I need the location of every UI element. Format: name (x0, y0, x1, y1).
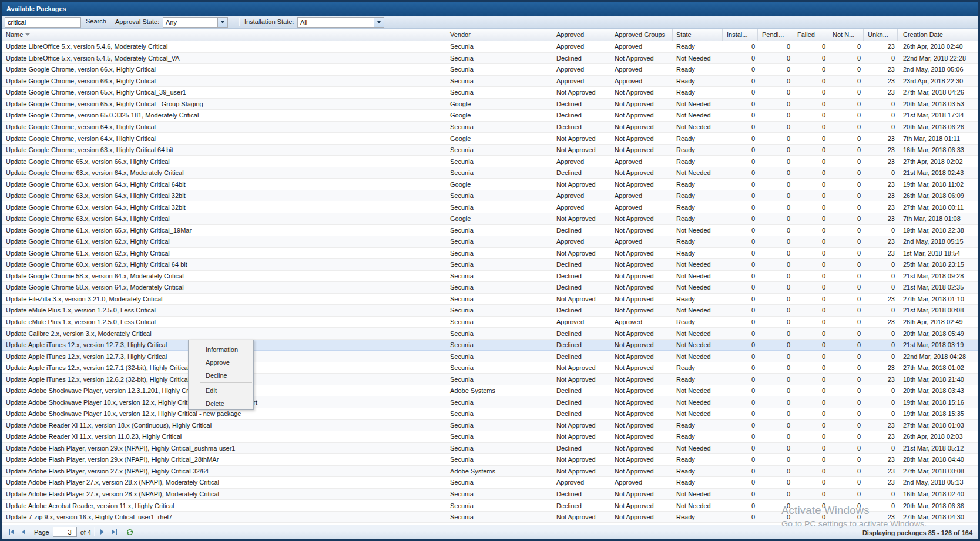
table-row[interactable]: Update Adobe Flash Player, version 29.x … (2, 454, 978, 466)
table-row[interactable]: Update Google Chrome, version 64.x, High… (2, 133, 978, 145)
table-row[interactable]: Update Google Chrome 63.x, version 64.x,… (2, 213, 978, 225)
table-row[interactable]: Update Adobe Reader XI 11.x, version 11.… (2, 431, 978, 443)
context-menu-item-information[interactable]: Information (189, 343, 253, 356)
table-row[interactable]: Update Google Chrome 65.x, version 66.x,… (2, 156, 978, 167)
table-row[interactable]: Update Apple iTunes 12.x, version 12.6.2… (2, 374, 978, 385)
cell-failed: 0 (793, 284, 828, 291)
cell-state: Not Needed (673, 445, 723, 452)
table-row[interactable]: Update Adobe Flash Player 27.x, version … (2, 489, 978, 500)
cell-unknown: 23 (864, 181, 898, 188)
table-row[interactable]: Update Apple iTunes 12.x, version 12.7.1… (2, 362, 978, 374)
table-row[interactable]: Update Google Chrome, version 66.x, High… (2, 64, 978, 76)
table-row[interactable]: Update Adobe Flash Player, version 27.x … (2, 466, 978, 478)
column-header-unknown[interactable]: Unkn... (864, 29, 898, 41)
cell-state: Not Needed (673, 284, 723, 291)
context-menu-item-delete[interactable]: Delete (189, 397, 253, 410)
installation-state-select[interactable]: All (297, 17, 384, 28)
context-menu-item-edit[interactable]: Edit (189, 384, 253, 397)
column-header-pending[interactable]: Pendi... (758, 29, 793, 41)
cell-approved: Not Approved (551, 422, 609, 429)
column-header-failed[interactable]: Failed (793, 29, 828, 41)
table-row[interactable]: Update Apple iTunes 12.x, version 12.7.3… (2, 351, 978, 362)
cell-state: Not Needed (673, 55, 723, 62)
table-row[interactable]: Update Google Chrome, version 66.x, High… (2, 76, 978, 88)
table-row[interactable]: Update Google Chrome, version 63.x, High… (2, 145, 978, 156)
table-row[interactable]: Update LibreOffice 5.x, version 5.4.5, M… (2, 53, 978, 65)
cell-not-needed: 0 (828, 353, 864, 360)
cell-installed: 0 (723, 89, 758, 96)
column-header-installed[interactable]: Instal... (723, 29, 758, 41)
cell-not-needed: 0 (828, 89, 864, 96)
table-row[interactable]: Update FileZilla 3.x, version 3.21.0, Mo… (2, 294, 978, 305)
table-row[interactable]: Update Google Chrome, version 65.x, High… (2, 87, 978, 99)
column-header-approved[interactable]: Approved (551, 29, 609, 41)
table-row[interactable]: Update Google Chrome, version 64.x, High… (2, 122, 978, 133)
cell-installed: 0 (723, 295, 758, 303)
cell-name: Update Adobe Reader XI 11.x, version 18.… (2, 422, 445, 429)
cell-state: Ready (673, 364, 723, 371)
table-row[interactable]: Update Adobe Flash Player, version 29.x … (2, 443, 978, 455)
table-row[interactable]: Update eMule Plus 1.x, version 1.2.5.0, … (2, 317, 978, 328)
column-header-vendor[interactable]: Vendor (445, 29, 551, 41)
table-row[interactable]: Update Google Chrome, version 65.x, High… (2, 99, 978, 110)
column-header-state[interactable]: State (673, 29, 723, 41)
cell-vendor: Secunia (445, 479, 551, 486)
table-row[interactable]: Update Google Chrome 58.x, version 64.x,… (2, 282, 978, 294)
prev-page-button[interactable] (17, 526, 29, 538)
table-row[interactable]: Update Calibre 2.x, version 3.x, Moderat… (2, 328, 978, 340)
table-row[interactable]: Update Google Chrome 63.x, version 64.x,… (2, 167, 978, 179)
table-row[interactable]: Update Google Chrome, version 65.0.3325.… (2, 110, 978, 122)
chevron-down-icon[interactable] (374, 18, 384, 27)
refresh-button[interactable] (124, 526, 136, 538)
cell-failed: 0 (793, 250, 828, 257)
table-row[interactable]: Update Adobe Shockwave Player, version 1… (2, 385, 978, 397)
cell-pending: 0 (758, 135, 793, 142)
cell-groups: Not Approved (609, 295, 673, 303)
table-row[interactable]: Update eMule Plus 1.x, version 1.2.5.0, … (2, 305, 978, 317)
table-row[interactable]: Update Google Chrome 63.x, version 64.x,… (2, 190, 978, 202)
last-page-button[interactable] (108, 526, 120, 538)
cell-name: Update Google Chrome 61.x, version 62.x,… (2, 250, 445, 257)
table-row[interactable]: Update Apple iTunes 12.x, version 12.7.3… (2, 340, 978, 351)
table-row[interactable]: Update Google Chrome 58.x, version 64.x,… (2, 271, 978, 283)
table-row[interactable]: Update Google Chrome 61.x, version 62.x,… (2, 236, 978, 248)
next-page-button[interactable] (96, 526, 108, 538)
column-header-not-needed[interactable]: Not N... (828, 29, 864, 41)
cell-created: 27th Mar, 2018 04:26 (898, 89, 969, 96)
table-row[interactable]: Update Adobe Shockwave Player 10.x, vers… (2, 408, 978, 420)
cell-installed: 0 (723, 479, 758, 486)
cell-groups: Not Approved (609, 112, 673, 119)
cell-state: Ready (673, 192, 723, 199)
refresh-icon (126, 528, 134, 536)
cell-name: Update Google Chrome 63.x, version 64.x,… (2, 204, 445, 211)
cell-failed: 0 (793, 135, 828, 142)
table-row[interactable]: Update Adobe Reader XI 11.x, version 18.… (2, 420, 978, 432)
table-row[interactable]: Update 7-zip 9.x, version 16.x, Highly C… (2, 512, 978, 523)
table-row[interactable]: Update Adobe Flash Player 27.x, version … (2, 477, 978, 489)
cell-approved: Declined (551, 387, 609, 394)
cell-approved: Declined (551, 330, 609, 337)
table-row[interactable]: Update Adobe Shockwave Player 10.x, vers… (2, 396, 978, 408)
search-button[interactable]: Search (86, 18, 106, 25)
search-input[interactable] (5, 17, 81, 28)
table-row[interactable]: Update Google Chrome 63.x, version 64.x,… (2, 201, 978, 213)
cell-groups: Approved (609, 78, 673, 85)
chevron-down-icon[interactable] (217, 18, 227, 27)
column-header-name[interactable]: Name (2, 29, 445, 41)
column-header-approved-groups[interactable]: Approved Groups (609, 29, 673, 41)
table-row[interactable]: Update Google Chrome 60.x, version 62.x,… (2, 259, 978, 271)
approval-state-select[interactable]: Any (163, 17, 228, 28)
page-number-input[interactable] (53, 527, 77, 537)
table-row[interactable]: Update Google Chrome 61.x, version 65.x,… (2, 225, 978, 237)
table-row[interactable]: Update Adobe Acrobat Reader, version 11.… (2, 500, 978, 512)
table-row[interactable]: Update Google Chrome 61.x, version 62.x,… (2, 248, 978, 260)
context-menu-item-approve[interactable]: Approve (189, 356, 253, 369)
context-menu-item-decline[interactable]: Decline (189, 369, 253, 382)
cell-not-needed: 0 (828, 318, 864, 325)
column-header-creation-date[interactable]: Creation Date (898, 29, 969, 41)
table-row[interactable]: Update LibreOffice 5.x, version 5.4.6, M… (2, 41, 978, 53)
first-page-button[interactable] (5, 526, 17, 538)
table-row[interactable]: Update Google Chrome 63.x, version 64.x,… (2, 179, 978, 190)
cell-created: 27th Mar, 2018 00:08 (898, 468, 969, 475)
cell-vendor: Secunia (445, 238, 551, 245)
